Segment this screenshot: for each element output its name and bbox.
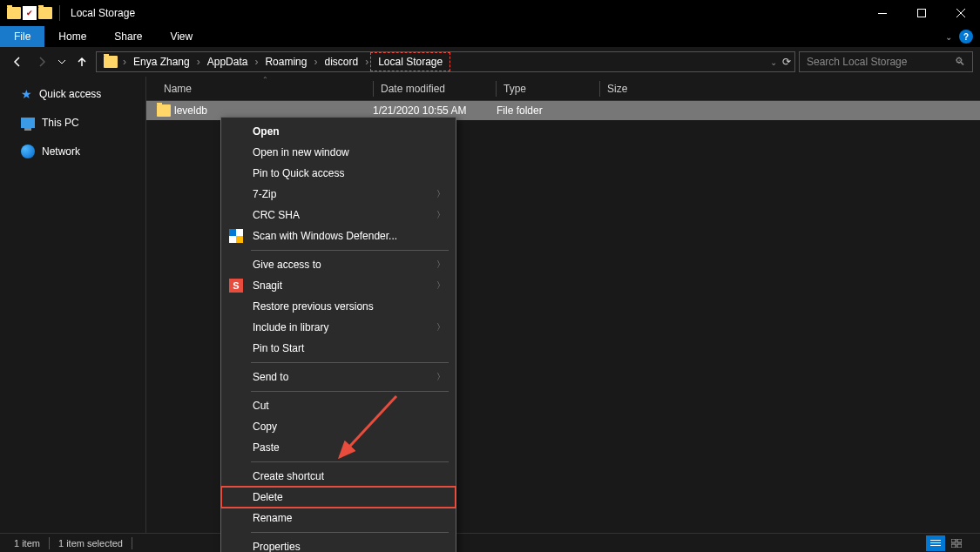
menu-create-shortcut[interactable]: Create shortcut <box>221 466 456 487</box>
chevron-right-icon[interactable]: › <box>253 56 260 68</box>
sidebar-item-quick-access[interactable]: ★ Quick access <box>0 84 145 104</box>
breadcrumb-item[interactable]: Enya Zhang <box>128 54 195 70</box>
chevron-right-icon[interactable]: › <box>121 56 128 68</box>
titlebar: ✔ Local Storage <box>0 0 980 26</box>
chevron-right-icon[interactable]: › <box>195 56 202 68</box>
chevron-right-icon: 〉 <box>436 188 445 200</box>
menu-restore-versions[interactable]: Restore previous versions <box>221 296 456 317</box>
menu-7zip[interactable]: 7-Zip〉 <box>221 184 456 205</box>
folder-icon[interactable] <box>38 7 52 19</box>
svg-rect-3 <box>930 540 941 541</box>
window-title: Local Storage <box>71 7 135 19</box>
folder-icon <box>157 104 171 117</box>
column-headers: Name ⌃ Date modified Type Size <box>146 77 980 101</box>
svg-rect-4 <box>930 542 941 543</box>
tab-home[interactable]: Home <box>44 27 100 46</box>
view-thumbnails-button[interactable] <box>947 535 966 551</box>
chevron-right-icon[interactable]: › <box>312 56 319 68</box>
chevron-down-icon[interactable]: ⌄ <box>770 57 777 67</box>
breadcrumb-item[interactable]: Roaming <box>260 54 312 70</box>
network-icon <box>21 145 35 158</box>
chevron-right-icon: 〉 <box>436 209 445 221</box>
sidebar-item-network[interactable]: Network <box>0 141 145 162</box>
breadcrumb-item[interactable]: discord <box>319 54 363 70</box>
ribbon: File Home Share View ⌄ ? <box>0 26 980 47</box>
titlebar-icons: ✔ <box>7 6 52 20</box>
menu-delete[interactable]: Delete <box>221 487 456 508</box>
menu-separator <box>251 362 449 363</box>
chevron-right-icon: 〉 <box>436 259 445 271</box>
menu-separator <box>251 391 449 392</box>
status-item-count: 1 item <box>14 538 40 549</box>
shield-icon <box>229 229 243 243</box>
up-button[interactable] <box>71 51 92 72</box>
chevron-right-icon[interactable]: › <box>363 56 370 68</box>
divider <box>132 537 132 549</box>
menu-send-to[interactable]: Send to〉 <box>221 367 456 387</box>
sidebar-item-label: Quick access <box>39 88 101 100</box>
svg-rect-0 <box>878 13 887 14</box>
menu-pin-quick-access[interactable]: Pin to Quick access <box>221 163 456 184</box>
folder-icon[interactable] <box>7 7 21 19</box>
minimize-button[interactable] <box>862 0 902 26</box>
column-size[interactable]: Size <box>600 83 670 95</box>
column-name[interactable]: Name ⌃ <box>157 83 373 95</box>
view-details-button[interactable] <box>926 535 945 551</box>
menu-paste[interactable]: Paste <box>221 437 456 458</box>
menu-cut[interactable]: Cut <box>221 395 456 416</box>
breadcrumb: Enya Zhang › AppData › Roaming › discord… <box>128 52 770 71</box>
tab-share[interactable]: Share <box>100 27 156 46</box>
menu-separator <box>251 250 449 251</box>
column-type[interactable]: Type <box>497 83 599 95</box>
window-controls <box>862 0 980 26</box>
chevron-down-icon[interactable]: ⌄ <box>945 32 952 42</box>
search-icon[interactable]: 🔍︎ <box>955 56 965 68</box>
menu-properties[interactable]: Properties <box>221 536 456 552</box>
check-icon[interactable]: ✔ <box>23 6 37 20</box>
menu-separator <box>251 532 449 533</box>
forward-button[interactable] <box>31 51 52 72</box>
svg-rect-1 <box>917 10 925 17</box>
menu-copy[interactable]: Copy <box>221 416 456 437</box>
menu-give-access[interactable]: Give access to〉 <box>221 254 456 275</box>
snagit-icon: S <box>229 279 243 293</box>
back-button[interactable] <box>7 51 28 72</box>
refresh-icon[interactable]: ⟳ <box>782 56 791 68</box>
folder-icon <box>104 56 118 68</box>
file-tab[interactable]: File <box>0 26 44 47</box>
menu-include-library[interactable]: Include in library〉 <box>221 317 456 338</box>
file-type: File folder <box>497 104 599 117</box>
menu-open[interactable]: Open <box>221 121 456 142</box>
breadcrumb-item-current[interactable]: Local Storage <box>370 52 450 71</box>
address-box[interactable]: › Enya Zhang › AppData › Roaming › disco… <box>96 51 795 72</box>
tab-view[interactable]: View <box>156 27 206 46</box>
menu-defender[interactable]: Scan with Windows Defender... <box>221 226 456 246</box>
sidebar-item-label: This PC <box>42 117 79 129</box>
search-input[interactable]: Search Local Storage 🔍︎ <box>799 51 973 72</box>
breadcrumb-item[interactable]: AppData <box>202 54 253 70</box>
menu-pin-start[interactable]: Pin to Start <box>221 338 456 359</box>
menu-crc-sha[interactable]: CRC SHA〉 <box>221 205 456 226</box>
close-button[interactable] <box>941 0 980 26</box>
sort-arrow-icon: ⌃ <box>262 76 268 84</box>
addressbar: › Enya Zhang › AppData › Roaming › disco… <box>0 47 980 77</box>
chevron-right-icon: 〉 <box>436 321 445 333</box>
column-date[interactable]: Date modified <box>374 83 496 95</box>
svg-rect-8 <box>951 544 956 548</box>
help-icon[interactable]: ? <box>959 30 973 44</box>
star-icon: ★ <box>21 87 32 101</box>
menu-snagit[interactable]: S Snagit〉 <box>221 275 456 296</box>
divider <box>49 537 50 549</box>
svg-rect-5 <box>930 545 941 546</box>
menu-open-new-window[interactable]: Open in new window <box>221 142 456 163</box>
search-placeholder: Search Local Storage <box>807 56 907 68</box>
menu-separator <box>251 461 449 462</box>
svg-rect-6 <box>951 539 956 542</box>
pc-icon <box>21 118 35 128</box>
statusbar: 1 item 1 item selected <box>0 533 980 552</box>
maximize-button[interactable] <box>902 0 941 26</box>
recent-dropdown[interactable] <box>56 51 68 72</box>
sidebar-item-this-pc[interactable]: This PC <box>0 113 145 132</box>
file-date: 1/21/2020 10:55 AM <box>373 104 497 117</box>
menu-rename[interactable]: Rename <box>221 508 456 528</box>
